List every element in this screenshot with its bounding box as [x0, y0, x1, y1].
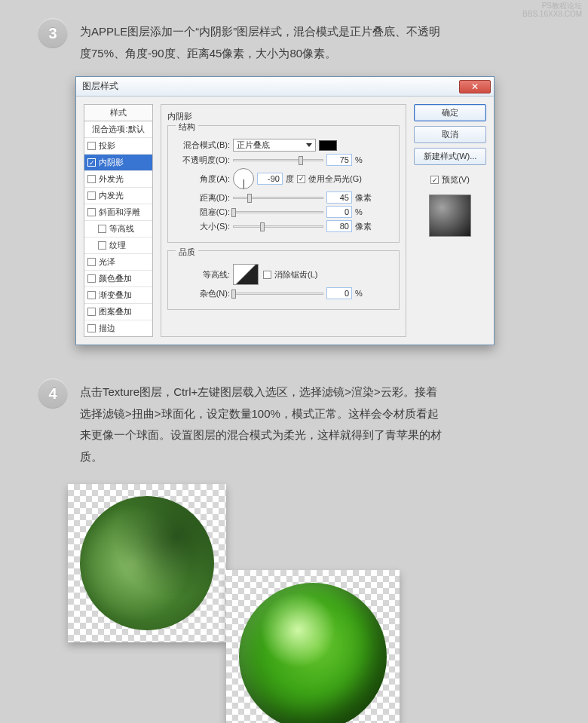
- style-item-defaults[interactable]: 混合选项:默认: [84, 121, 152, 138]
- choke-unit: %: [355, 207, 363, 216]
- size-input[interactable]: 80: [326, 220, 352, 232]
- style-item-drop-shadow[interactable]: 投影: [84, 138, 152, 155]
- dialog-titlebar[interactable]: 图层样式 ✕: [76, 77, 494, 97]
- row-contour: 等高线: 消除锯齿(L): [176, 264, 391, 285]
- noise-unit: %: [355, 289, 363, 298]
- label-distance: 距离(D):: [176, 192, 230, 204]
- contour-preset[interactable]: [233, 264, 259, 285]
- choke-slider[interactable]: [233, 211, 323, 213]
- angle-unit: 度: [286, 173, 294, 185]
- blend-mode-select[interactable]: 正片叠底: [233, 139, 316, 152]
- opacity-unit: %: [355, 155, 363, 164]
- label-choke: 阻塞(C):: [176, 207, 230, 218]
- step-3-header: 3 为APPLE图层添加一个“内阴影”图层样式，混合模式是正片叠底、不透明度75…: [38, 18, 550, 64]
- color-swatch[interactable]: [319, 140, 337, 151]
- style-item-texture[interactable]: 纹理: [84, 237, 152, 254]
- watermark-text: PS教程论坛: [522, 2, 582, 10]
- result-images: fevte.com UiBQ.COM: [0, 479, 588, 723]
- dialog-screenshot: 图层样式 ✕ 样式 混合选项:默认 投影 内阴影 外发光 内发光 斜面和浮雕 等…: [0, 76, 588, 360]
- group-quality-title: 品质: [176, 247, 198, 258]
- label-opacity: 不透明度(O):: [176, 155, 230, 166]
- layer-style-dialog: 图层样式 ✕ 样式 混合选项:默认 投影 内阴影 外发光 内发光 斜面和浮雕 等…: [75, 76, 495, 345]
- row-noise: 杂色(N): 0 %: [176, 287, 391, 299]
- style-item-contour[interactable]: 等高线: [84, 221, 152, 237]
- checkbox-icon[interactable]: [87, 158, 96, 167]
- row-size: 大小(S): 80 像素: [176, 220, 391, 232]
- final-sphere-image: [226, 570, 400, 723]
- ok-button[interactable]: 确定: [414, 104, 486, 121]
- checkbox-icon[interactable]: [87, 258, 96, 266]
- preview-thumbnail: [429, 195, 471, 237]
- style-label: 图案叠加: [99, 306, 132, 317]
- step-3-text: 为APPLE图层添加一个“内阴影”图层样式，混合模式是正片叠底、不透明度75%、…: [80, 18, 442, 64]
- close-button[interactable]: ✕: [459, 80, 491, 93]
- style-item-inner-glow[interactable]: 内发光: [84, 188, 152, 204]
- style-item-color-overlay[interactable]: 颜色叠加: [84, 271, 152, 287]
- opacity-input[interactable]: 75: [326, 154, 352, 166]
- style-label: 混合选项:默认: [92, 124, 144, 135]
- checkbox-icon[interactable]: [87, 175, 96, 183]
- style-item-outer-glow[interactable]: 外发光: [84, 171, 152, 188]
- green-apple-sphere: [239, 583, 387, 723]
- style-item-satin[interactable]: 光泽: [84, 254, 152, 271]
- style-label: 描边: [99, 323, 115, 334]
- angle-input[interactable]: -90: [257, 173, 283, 185]
- label-size: 大小(S):: [176, 221, 230, 232]
- label-preview: 预览(V): [442, 174, 470, 185]
- top-watermark: PS教程论坛 BBS.16XX8.COM: [522, 2, 582, 18]
- step-3-block: 3 为APPLE图层添加一个“内阴影”图层样式，混合模式是正片叠底、不透明度75…: [0, 0, 588, 76]
- blend-mode-value: 正片叠底: [237, 139, 270, 151]
- settings-panel: 内阴影 结构 混合模式(B): 正片叠底 不透明度(O):: [161, 104, 406, 337]
- label-angle: 角度(A):: [176, 173, 230, 185]
- size-slider[interactable]: [233, 225, 323, 228]
- noise-slider[interactable]: [233, 293, 323, 295]
- cancel-button[interactable]: 取消: [414, 126, 486, 143]
- label-noise: 杂色(N):: [176, 288, 230, 299]
- step-4-number-badge: 4: [38, 378, 68, 409]
- style-label: 外发光: [99, 173, 124, 185]
- styles-list: 混合选项:默认 投影 内阴影 外发光 内发光 斜面和浮雕 等高线 纹理 光泽 颜…: [84, 121, 153, 337]
- row-angle: 角度(A): -90 度 使用全局光(G): [176, 168, 391, 189]
- styles-column: 样式 混合选项:默认 投影 内阴影 外发光 内发光 斜面和浮雕 等高线 纹理 光…: [84, 104, 153, 337]
- style-label: 颜色叠加: [99, 273, 132, 284]
- distance-input[interactable]: 45: [326, 191, 352, 204]
- checkbox-icon[interactable]: [87, 291, 96, 299]
- style-label: 等高线: [109, 223, 134, 234]
- preview-checkbox[interactable]: [430, 176, 439, 184]
- step-4-header: 4 点击Texture图层，Ctrl+左键图层载入选区，选择滤镜>渲染>云彩。接…: [38, 378, 550, 467]
- style-item-pattern-overlay[interactable]: 图案叠加: [84, 304, 152, 320]
- preview-toggle-row: 预览(V): [414, 174, 486, 185]
- style-label: 投影: [99, 140, 115, 152]
- checkbox-icon[interactable]: [87, 274, 96, 283]
- style-label: 斜面和浮雕: [99, 207, 140, 218]
- angle-dial[interactable]: [233, 168, 254, 189]
- style-item-grad-overlay[interactable]: 渐变叠加: [84, 287, 152, 304]
- distance-slider[interactable]: [233, 197, 323, 199]
- styles-list-header: 样式: [84, 104, 153, 121]
- checkbox-icon[interactable]: [87, 208, 96, 216]
- style-item-bevel[interactable]: 斜面和浮雕: [84, 204, 152, 221]
- group-structure-title: 结构: [176, 121, 198, 133]
- checkbox-icon[interactable]: [98, 225, 106, 233]
- label-contour: 等高线:: [176, 269, 230, 280]
- style-item-inner-shadow[interactable]: 内阴影: [84, 155, 152, 171]
- checkbox-icon[interactable]: [87, 142, 96, 150]
- label-global-light: 使用全局光(G): [308, 173, 362, 185]
- style-label: 内阴影: [99, 157, 124, 168]
- checkbox-icon[interactable]: [98, 241, 106, 250]
- noise-input[interactable]: 0: [326, 287, 352, 299]
- checkbox-icon[interactable]: [87, 308, 96, 316]
- style-label: 渐变叠加: [99, 290, 132, 301]
- new-style-button[interactable]: 新建样式(W)...: [414, 148, 486, 165]
- close-icon: ✕: [471, 82, 479, 91]
- checkbox-icon[interactable]: [87, 191, 96, 200]
- checkbox-icon[interactable]: [87, 324, 96, 332]
- choke-input[interactable]: 0: [326, 206, 352, 218]
- distance-unit: 像素: [355, 192, 372, 204]
- global-light-checkbox[interactable]: [297, 175, 305, 183]
- step-4-block: 4 点击Texture图层，Ctrl+左键图层载入选区，选择滤镜>渲染>云彩。接…: [0, 360, 588, 479]
- opacity-slider[interactable]: [233, 159, 323, 161]
- antialias-checkbox[interactable]: [263, 271, 271, 279]
- style-item-stroke[interactable]: 描边: [84, 320, 152, 336]
- section-heading: 内阴影: [167, 111, 400, 124]
